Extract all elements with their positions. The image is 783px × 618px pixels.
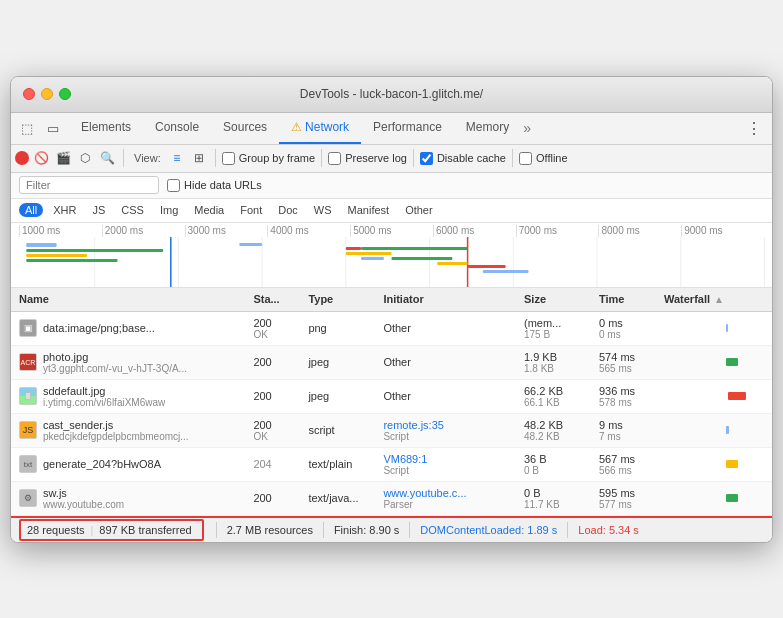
view-toggle: ≡ ⊞ [167, 148, 209, 168]
table-row[interactable]: JS cast_sender.js pkedcjkdefgpdelpbcmbme… [11, 414, 772, 448]
disable-cache-checkbox[interactable]: Disable cache [420, 152, 506, 165]
svg-rect-26 [25, 392, 30, 399]
table-row[interactable]: ⚙ sw.js www.youtube.com 200 text/java...… [11, 482, 772, 516]
col-header-size[interactable]: Size [524, 293, 599, 305]
row-filename: photo.jpg [43, 351, 187, 363]
network-chart-svg [11, 237, 772, 287]
list-view-icon[interactable]: ≡ [167, 148, 187, 168]
row-type: script [308, 424, 383, 436]
row-status: 200 OK [253, 419, 308, 442]
device-icon[interactable]: ▭ [41, 116, 65, 140]
svg-rect-17 [361, 247, 468, 250]
row-size: 36 B 0 B [524, 453, 599, 476]
row-waterfall [664, 322, 764, 334]
table-row[interactable]: ▣ data:image/png;base... 200 OK png Othe… [11, 312, 772, 346]
type-filter-manifest[interactable]: Manifest [342, 203, 396, 217]
table-row[interactable]: sddefault.jpg i.ytimg.com/vi/6lfaiXM6waw… [11, 380, 772, 414]
tab-sources[interactable]: Sources [211, 112, 279, 144]
type-filter-font[interactable]: Font [234, 203, 268, 217]
timeline-label-6000: 6000 ms [433, 225, 516, 237]
row-name-lines: cast_sender.js pkedcjkdefgpdelpbcmbmeomc… [43, 419, 189, 442]
initiator-link[interactable]: VM689:1 [383, 453, 524, 465]
minimize-button[interactable] [41, 88, 53, 100]
grid-view-icon[interactable]: ⊞ [189, 148, 209, 168]
filter-icon[interactable]: ⬡ [75, 148, 95, 168]
tab-elements[interactable]: Elements [69, 112, 143, 144]
type-filter-all[interactable]: All [19, 203, 43, 217]
timeline-label-1000: 1000 ms [19, 225, 102, 237]
waterfall-bar-container [664, 356, 764, 368]
timeline-label-7000: 7000 ms [516, 225, 599, 237]
search-icon[interactable]: 🔍 [97, 148, 117, 168]
separator-4 [413, 149, 414, 167]
footer-load: Load: 5.34 s [578, 524, 639, 536]
col-header-initiator[interactable]: Initiator [383, 293, 524, 305]
window-title: DevTools - luck-bacon-1.glitch.me/ [300, 87, 483, 101]
type-filter-ws[interactable]: WS [308, 203, 338, 217]
row-size: 0 B 11.7 KB [524, 487, 599, 510]
type-filter-doc[interactable]: Doc [272, 203, 304, 217]
timeline-label-9000: 9000 ms [681, 225, 764, 237]
initiator-link[interactable]: www.youtube.c... [383, 487, 524, 499]
type-filter-media[interactable]: Media [188, 203, 230, 217]
waterfall-bar [726, 426, 729, 434]
clear-icon[interactable]: 🚫 [31, 148, 51, 168]
svg-rect-22 [468, 265, 506, 268]
type-filter-xhr[interactable]: XHR [47, 203, 82, 217]
tab-performance[interactable]: Performance [361, 112, 454, 144]
waterfall-bar [726, 324, 728, 332]
waterfall-bar-container [664, 322, 764, 334]
separator-2 [215, 149, 216, 167]
filter-input[interactable] [19, 176, 159, 194]
offline-checkbox[interactable]: Offline [519, 152, 568, 165]
row-name-cell: ⚙ sw.js www.youtube.com [19, 487, 253, 510]
status-bar: 28 requests | 897 KB transferred 2.7 MB … [11, 516, 772, 542]
footer-resources: 2.7 MB resources [227, 524, 313, 536]
tab-console[interactable]: Console [143, 112, 211, 144]
row-time: 9 ms 7 ms [599, 419, 664, 442]
waterfall-bar-container [664, 424, 764, 436]
type-filter-js[interactable]: JS [86, 203, 111, 217]
type-filter-css[interactable]: CSS [115, 203, 150, 217]
svg-rect-16 [346, 247, 361, 250]
tab-network[interactable]: ⚠ Network [279, 112, 361, 144]
table-row[interactable]: ACR photo.jpg yt3.ggpht.com/-vu_v-hJT-3Q… [11, 346, 772, 380]
row-name-lines: generate_204?bHwO8A [43, 458, 161, 470]
timeline-section: 1000 ms 2000 ms 3000 ms 4000 ms 5000 ms … [11, 223, 772, 288]
inspect-icon[interactable]: ⬚ [15, 116, 39, 140]
col-header-status[interactable]: Sta... [253, 293, 308, 305]
tab-memory[interactable]: Memory [454, 112, 521, 144]
col-header-waterfall[interactable]: Waterfall ▲ [664, 293, 764, 305]
devtools-menu-icon[interactable]: ⋮ [740, 119, 768, 138]
col-header-name[interactable]: Name [19, 293, 253, 305]
timeline-label-2000: 2000 ms [102, 225, 185, 237]
waterfall-bar [728, 392, 746, 400]
row-status: 200 OK [253, 317, 308, 340]
network-chart [11, 237, 772, 287]
row-status: 204 [253, 458, 308, 470]
file-icon: ▣ [19, 319, 37, 337]
row-waterfall [664, 458, 764, 470]
tabs-bar: ⬚ ▭ Elements Console Sources ⚠ Network P… [11, 113, 772, 145]
type-filter-img[interactable]: Img [154, 203, 184, 217]
row-name-cell: txt generate_204?bHwO8A [19, 455, 253, 473]
col-header-time[interactable]: Time [599, 293, 664, 305]
hide-data-urls-checkbox[interactable]: Hide data URLs [167, 179, 262, 192]
col-header-type[interactable]: Type [308, 293, 383, 305]
waterfall-bar [726, 460, 738, 468]
footer-sep-2 [323, 522, 324, 538]
maximize-button[interactable] [59, 88, 71, 100]
initiator-link[interactable]: remote.js:35 [383, 419, 524, 431]
preserve-log-checkbox[interactable]: Preserve log [328, 152, 407, 165]
timeline-label-4000: 4000 ms [267, 225, 350, 237]
group-by-frame-checkbox[interactable]: Group by frame [222, 152, 315, 165]
camera-icon[interactable]: 🎬 [53, 148, 73, 168]
more-tabs-icon[interactable]: » [523, 120, 531, 136]
table-row[interactable]: txt generate_204?bHwO8A 204 text/plain V… [11, 448, 772, 482]
timeline-labels: 1000 ms 2000 ms 3000 ms 4000 ms 5000 ms … [11, 223, 772, 237]
row-size: 48.2 KB 48.2 KB [524, 419, 599, 442]
record-button[interactable] [15, 151, 29, 165]
type-filter-other[interactable]: Other [399, 203, 439, 217]
footer-sep-1 [216, 522, 217, 538]
close-button[interactable] [23, 88, 35, 100]
